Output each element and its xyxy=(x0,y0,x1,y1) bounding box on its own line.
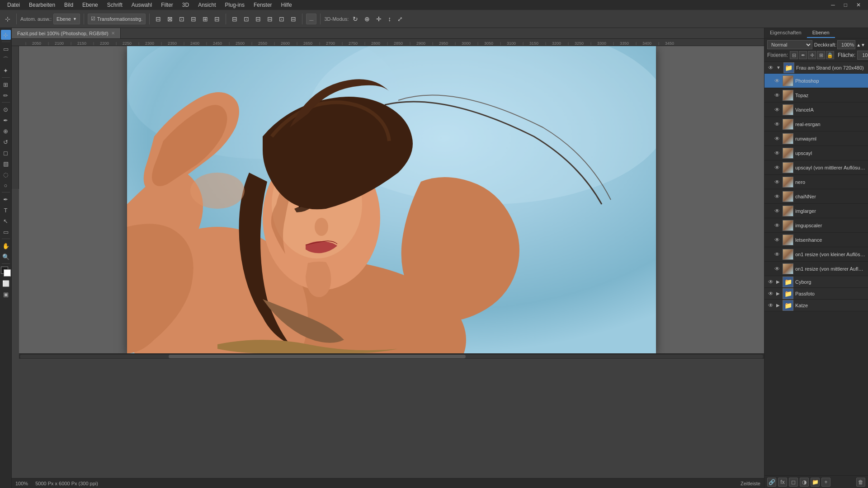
quick-mask-tool[interactable]: ⬜ xyxy=(1,278,11,288)
add-layer-btn[interactable]: + xyxy=(821,478,830,487)
shape-tool[interactable]: ▭ xyxy=(1,227,11,237)
align-center-h-btn[interactable]: ⊠ xyxy=(165,13,175,25)
layer-eye-frau[interactable]: 👁 xyxy=(767,64,774,71)
window-maximize[interactable]: □ xyxy=(840,1,851,9)
layer-eye-esrgan[interactable]: 👁 xyxy=(774,121,781,128)
menu-filter[interactable]: Filter xyxy=(157,1,177,9)
magic-wand-tool[interactable]: ✦ xyxy=(1,66,11,75)
layer-on1-kleiner[interactable]: 👁 on1 resize (von kleiner Auflösung) xyxy=(764,247,868,262)
add-adjustment-btn[interactable]: ◑ xyxy=(800,478,809,487)
menu-plugins[interactable]: Plug-ins xyxy=(222,1,248,9)
add-mask-btn[interactable]: ◻ xyxy=(789,478,798,487)
layer-eye-letsenhance[interactable]: 👁 xyxy=(774,236,781,244)
align-top-btn[interactable]: ⊟ xyxy=(189,13,198,25)
document-tab[interactable]: Fazit.psd bei 100% (Photoshop, RGB/8#) ✕ xyxy=(12,28,121,38)
menu-ebene[interactable]: Ebene xyxy=(79,1,102,9)
layer-upscayl[interactable]: 👁 upscayl xyxy=(764,146,868,160)
timeline-label[interactable]: Zeitleiste xyxy=(741,481,760,486)
distribute-top-btn[interactable]: ⊟ xyxy=(265,13,275,25)
menu-bearbeiten[interactable]: Bearbeiten xyxy=(25,1,59,9)
layer-eye-imglarger[interactable]: 👁 xyxy=(774,207,781,215)
add-link-btn[interactable]: 🔗 xyxy=(767,478,776,487)
lock-pixels-btn[interactable]: ✒ xyxy=(799,51,807,59)
delete-layer-btn[interactable]: 🗑 xyxy=(856,478,865,487)
menu-bild[interactable]: Bild xyxy=(61,1,77,9)
align-right-btn[interactable]: ⊡ xyxy=(177,13,187,25)
layer-eye-on1-m[interactable]: 👁 xyxy=(774,265,781,272)
layer-group-passfoto[interactable]: 👁 ▶ 📁 Passfoto xyxy=(764,288,868,300)
layer-upscayl-mittlerer[interactable]: 👁 upscayl (von mittlerer Auflösung) xyxy=(764,160,868,175)
distribute-center-v-btn[interactable]: ⊡ xyxy=(277,13,287,25)
layer-eye-vanceia[interactable]: 👁 xyxy=(774,106,781,113)
layer-on1-mittlerer[interactable]: 👁 on1 resize (von mittlerer Auflösung) xyxy=(764,262,868,276)
horizontal-scrollbar[interactable] xyxy=(19,353,764,359)
layer-eye-topaz[interactable]: 👁 xyxy=(774,92,781,99)
layer-imglarger[interactable]: 👁 imglarger xyxy=(764,204,868,218)
brush-tool[interactable]: ✒ xyxy=(1,115,11,125)
blur-tool[interactable]: ◌ xyxy=(1,169,11,179)
tab-ebenen[interactable]: Ebenen xyxy=(807,28,835,38)
layer-letsenhance[interactable]: 👁 letsenhance xyxy=(764,233,868,247)
eraser-tool[interactable]: ◻ xyxy=(1,148,11,158)
move-tool-btn[interactable]: ⊹ xyxy=(3,13,13,25)
layer-eye-imgupscaler[interactable]: 👁 xyxy=(774,222,781,229)
3d-rotate-btn[interactable]: ↻ xyxy=(350,13,360,25)
3d-scale-btn[interactable]: ⤢ xyxy=(395,13,405,25)
3d-roll-btn[interactable]: ⊕ xyxy=(362,13,372,25)
layer-eye-upscayl[interactable]: 👁 xyxy=(774,150,781,157)
layer-imgupscaler[interactable]: 👁 imgupscaler xyxy=(764,218,868,233)
3d-slide-btn[interactable]: ↕ xyxy=(386,13,393,25)
layer-eye-photoshop[interactable]: 👁 xyxy=(774,77,781,84)
layer-eye-nero[interactable]: 👁 xyxy=(774,178,781,186)
hand-tool[interactable]: ✋ xyxy=(1,241,11,251)
pen-tool[interactable]: ✒ xyxy=(1,194,11,204)
distribute-bottom-btn[interactable]: ⊟ xyxy=(288,13,298,25)
menu-fenster[interactable]: Fenster xyxy=(250,1,276,9)
history-brush-tool[interactable]: ↺ xyxy=(1,137,11,147)
distribute-left-btn[interactable]: ⊟ xyxy=(230,13,240,25)
layer-real-esrgan[interactable]: 👁 real-esrgan xyxy=(764,117,868,131)
lasso-tool[interactable]: ⌒ xyxy=(1,55,11,65)
align-bottom-btn[interactable]: ⊟ xyxy=(212,13,222,25)
path-select-tool[interactable]: ↖ xyxy=(1,216,11,226)
menu-auswahl[interactable]: Auswahl xyxy=(128,1,156,9)
lock-all-btn[interactable]: 🔒 xyxy=(826,51,834,59)
window-minimize[interactable]: ─ xyxy=(827,1,839,9)
menu-hilfe[interactable]: Hilfe xyxy=(278,1,296,9)
canvas-viewport[interactable] xyxy=(19,46,764,359)
heal-tool[interactable]: ⊙ xyxy=(1,104,11,114)
layer-photoshop[interactable]: 👁 Photoshop xyxy=(764,74,868,88)
opacity-input[interactable] xyxy=(837,40,855,49)
blend-mode-select[interactable]: Normal xyxy=(767,40,812,49)
crop-tool[interactable]: ⊞ xyxy=(1,80,11,89)
layer-group-cyborg[interactable]: 👁 ▶ 📁 Cyborg xyxy=(764,276,868,288)
opacity-arrow[interactable]: ▲▼ xyxy=(856,42,865,47)
layer-eye-upscayl-m[interactable]: 👁 xyxy=(774,164,781,171)
zoom-tool[interactable]: 🔍 xyxy=(1,252,11,262)
auto-select-dropdown[interactable]: Ebene ▼ xyxy=(53,14,80,24)
gradient-tool[interactable]: ▧ xyxy=(1,159,11,169)
layer-eye-katze[interactable]: 👁 xyxy=(767,302,774,309)
more-options-btn[interactable]: ... xyxy=(306,14,316,24)
distribute-right-btn[interactable]: ⊟ xyxy=(253,13,263,25)
tab-eigenschaften[interactable]: Eigenschaften xyxy=(764,28,807,38)
layer-eye-runwayml[interactable]: 👁 xyxy=(774,135,781,142)
layer-eye-cyborg[interactable]: 👁 xyxy=(767,278,774,286)
type-tool[interactable]: T xyxy=(1,205,11,215)
menu-ansicht[interactable]: Ansicht xyxy=(194,1,219,9)
add-group-btn[interactable]: 📁 xyxy=(811,478,820,487)
3d-pan-btn[interactable]: ✛ xyxy=(374,13,384,25)
scroll-thumb[interactable] xyxy=(169,355,466,358)
move-tool[interactable]: ⊹ xyxy=(1,30,11,40)
layer-eye-chainner[interactable]: 👁 xyxy=(774,193,781,200)
lock-transparent-btn[interactable]: ⊟ xyxy=(790,51,798,59)
layer-group-frau[interactable]: 👁 ▼ 📁 Frau am Strand (von 720x480) xyxy=(764,62,868,74)
marquee-tool[interactable]: ▭ xyxy=(1,44,11,54)
eyedropper-tool[interactable]: ✏ xyxy=(1,90,11,100)
add-fx-btn[interactable]: fx xyxy=(778,478,787,487)
layer-group-katze[interactable]: 👁 ▶ 📁 Katze xyxy=(764,300,868,311)
dodge-tool[interactable]: ○ xyxy=(1,180,11,190)
tab-close-btn[interactable]: ✕ xyxy=(111,31,115,36)
menu-3d[interactable]: 3D xyxy=(179,1,193,9)
transform-checkbox[interactable]: ☑ Transformationsstrg. xyxy=(88,14,146,24)
